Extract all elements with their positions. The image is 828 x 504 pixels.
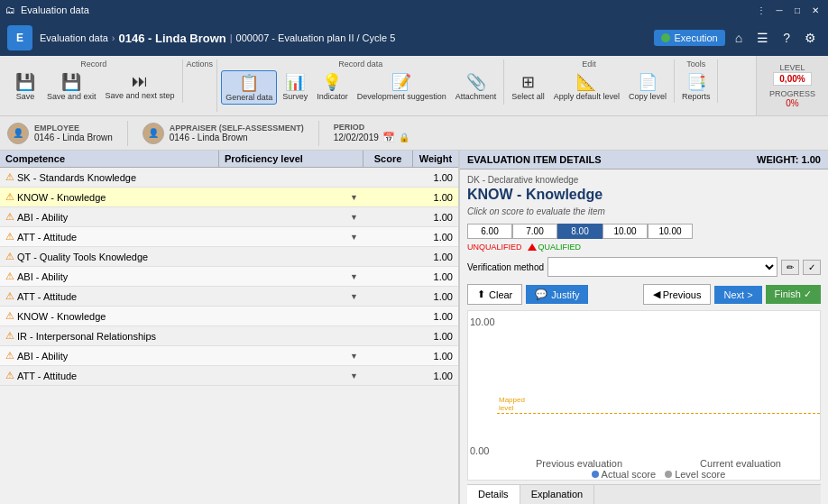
table-row[interactable]: ⚠ABI - Ability ▼ 1.00 — [0, 346, 458, 366]
reports-button[interactable]: 📑 Reports — [678, 70, 714, 103]
chart-legend: Actual score Level score — [497, 469, 820, 480]
progress-label: PROGRESS — [769, 89, 815, 98]
lock-icon: 🔒 — [399, 133, 409, 142]
dropdown-arrow[interactable]: ▼ — [350, 371, 358, 380]
score-8[interactable]: 8.00 — [557, 224, 603, 239]
table-row[interactable]: ⚠ATT - Attitude ▼ 1.00 — [0, 287, 458, 307]
th-score: Score — [363, 151, 413, 167]
table-row[interactable]: ⚠IR - Interpersonal Relationships 1.00 — [0, 326, 458, 346]
competence-name: ABI - Ability — [17, 271, 68, 282]
home-icon[interactable]: ⌂ — [731, 29, 747, 47]
dropdown-arrow[interactable]: ▼ — [350, 292, 358, 301]
warning-icon: ⚠ — [5, 370, 14, 381]
copy-level-button[interactable]: 📄 Copy level — [625, 70, 670, 103]
indicator-button[interactable]: 💡 Indicator — [313, 70, 352, 105]
table-row[interactable]: ⚠ATT - Attitude ▼ 1.00 — [0, 227, 458, 247]
warning-icon: ⚠ — [5, 191, 14, 203]
general-data-button[interactable]: 📋 General data — [221, 70, 277, 105]
action-buttons: ⬆ Clear 💬 Justify ◀ Previous Next > Fini… — [467, 284, 821, 305]
table-row[interactable]: ⚠ABI - Ability ▼ 1.00 — [0, 207, 458, 227]
help-icon[interactable]: ? — [778, 29, 795, 47]
table-row[interactable]: ⚠KNOW - Knowledge ▼ 1.00 — [0, 188, 458, 207]
chart-bars: 8.00 — [497, 311, 820, 458]
dropdown-arrow[interactable]: ▼ — [350, 272, 358, 281]
titlebar-minimize-btn[interactable]: ─ — [772, 5, 787, 15]
save-next-button[interactable]: ⏭ Save and next step — [102, 70, 179, 103]
title-bar-title: Evaluation data — [21, 5, 89, 15]
appraiser-avatar: 👤 — [143, 123, 164, 144]
table-row[interactable]: ⚠QT - Quality Tools Knowledge 1.00 — [0, 247, 458, 267]
dropdown-arrow[interactable]: ▼ — [350, 193, 358, 202]
toolbar-group-actions: Actions — [183, 60, 218, 112]
score-10b[interactable]: 10.00 — [648, 224, 693, 239]
competence-name: ABI - Ability — [17, 351, 68, 362]
development-button[interactable]: 📝 Development suggestion — [354, 70, 450, 105]
score-cell — [363, 374, 413, 378]
legend-actual-dot — [592, 471, 599, 478]
clear-button[interactable]: ⬆ Clear — [467, 284, 522, 305]
execution-button[interactable]: Execution — [654, 30, 724, 46]
verify-edit-btn[interactable]: ✏ — [781, 260, 799, 275]
verification-row: Verification method ✏ ✓ — [467, 257, 821, 277]
table-row[interactable]: ⚠ATT - Attitude ▼ 1.00 — [0, 366, 458, 386]
table-row[interactable]: ⚠ABI - Ability ▼ 1.00 — [0, 267, 458, 287]
weight-cell: 1.00 — [413, 250, 458, 264]
bottom-tabs: Details Explanation Description — [467, 484, 821, 504]
next-step-icon: ⏭ — [132, 72, 148, 91]
toolbar-group-record-data: Record data 📋 General data 📊 Survey 💡 In… — [217, 60, 504, 105]
score-6[interactable]: 6.00 — [467, 224, 512, 239]
chart-area: 10.00 0.00 Mappedlevel 8.00 — [467, 310, 821, 481]
dropdown-arrow[interactable]: ▼ — [350, 213, 358, 222]
employee-label: EMPLOYEE — [34, 124, 113, 133]
dropdown-arrow[interactable]: ▼ — [350, 233, 358, 242]
warning-icon: ⚠ — [5, 290, 14, 302]
y-min: 0.00 — [470, 445, 495, 456]
level-panel: LEVEL 0,00% PROGRESS 0% — [756, 56, 828, 115]
calendar-icon[interactable]: 📅 — [382, 132, 395, 143]
score-cell — [363, 334, 413, 338]
th-competence: Competence — [0, 151, 219, 167]
legend-level-dot — [665, 471, 672, 478]
settings-icon[interactable]: ⚙ — [800, 29, 821, 47]
finish-button[interactable]: Finish ✓ — [766, 285, 821, 304]
apply-default-button[interactable]: 📐 Apply default level — [550, 70, 623, 103]
verify-check-btn[interactable]: ✓ — [803, 260, 821, 275]
tab-explanation[interactable]: Explanation — [520, 485, 595, 504]
previous-button[interactable]: ◀ Previous — [643, 284, 712, 305]
survey-button[interactable]: 📊 Survey — [279, 70, 311, 105]
tab-details[interactable]: Details — [467, 485, 520, 504]
x-label-prev: Previous evaluation — [536, 458, 622, 469]
general-data-icon: 📋 — [239, 73, 259, 93]
reports-icon: 📑 — [686, 72, 706, 92]
select-all-button[interactable]: ⊞ Select all — [508, 70, 548, 103]
eval-hint: Click on score to evaluate the item — [467, 206, 821, 216]
info-separator2 — [318, 121, 319, 146]
verification-select[interactable] — [547, 257, 777, 277]
score-7[interactable]: 7.00 — [512, 224, 557, 239]
titlebar-maximize-btn[interactable]: □ — [790, 5, 805, 15]
justify-button[interactable]: 💬 Justify — [526, 285, 588, 304]
table-row[interactable]: ⚠SK - Standards Knowledge 1.00 — [0, 168, 458, 188]
dropdown-arrow[interactable]: ▼ — [350, 352, 358, 361]
competence-name: ATT - Attitude — [17, 232, 77, 243]
titlebar-close-btn[interactable]: ✕ — [808, 5, 823, 15]
list-icon[interactable]: ☰ — [752, 29, 773, 47]
eval-weight: WEIGHT: 1.00 — [757, 154, 821, 165]
competence-name: ATT - Attitude — [17, 291, 77, 302]
titlebar-menu-btn[interactable]: ⋮ — [754, 5, 768, 15]
period-value: 12/02/2019 — [334, 133, 379, 142]
level-label: LEVEL — [779, 63, 805, 72]
attachment-button[interactable]: 📎 Attachment — [452, 70, 501, 105]
body-area: Competence Proficiency level Score Weigh… — [0, 151, 828, 504]
score-10a[interactable]: 10.00 — [603, 224, 648, 239]
play-icon — [661, 33, 670, 42]
table-row[interactable]: ⚠KNOW - Knowledge 1.00 — [0, 307, 458, 326]
eval-details-title: EVALUATION ITEM DETAILS — [467, 154, 602, 165]
progress-value: 0% — [786, 98, 798, 108]
employee-section: 👤 EMPLOYEE 0146 - Linda Brown — [7, 123, 113, 144]
save-button[interactable]: 💾 Save — [9, 70, 41, 103]
score-bar: 6.00 7.00 8.00 10.00 10.00 — [467, 224, 821, 239]
next-button[interactable]: Next > — [714, 286, 761, 304]
save-exit-icon: 💾 — [61, 72, 81, 92]
save-and-exit-button[interactable]: 💾 Save and exit — [43, 70, 100, 103]
